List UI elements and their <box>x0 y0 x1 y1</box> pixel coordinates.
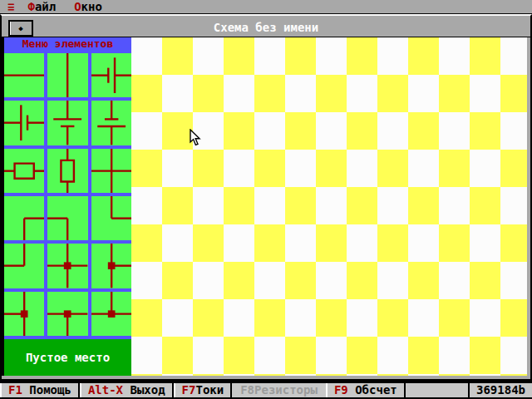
element-cell-t-right-dot[interactable] <box>91 244 131 288</box>
statusbar-item-f8: F8Резисторы <box>232 383 326 397</box>
element-cell-cross[interactable] <box>91 149 131 193</box>
element-cell-t-up-dot[interactable] <box>91 292 131 336</box>
element-cell-cross-dot[interactable] <box>47 244 87 288</box>
diamond-icon: ◆ <box>18 24 22 32</box>
element-grid <box>4 50 131 339</box>
mouse-cursor <box>190 129 201 146</box>
menu-bar: ≡ ФайлОкно <box>0 0 532 13</box>
element-cell-battery-h-a[interactable] <box>91 53 131 97</box>
element-cell-corner-nw[interactable] <box>4 244 44 288</box>
status-bar: F1 ПомощьAlt-X ВыходF7ТокиF8РезисторыF9 … <box>0 382 532 399</box>
element-cell-corner-se[interactable] <box>4 196 44 240</box>
menu-item-window[interactable]: Окно <box>74 0 102 13</box>
statusbar-item-f1[interactable]: F1 Помощь <box>0 383 80 397</box>
element-cell-corner-sw[interactable] <box>47 196 87 240</box>
element-cell-battery-h-b[interactable] <box>4 101 44 145</box>
statusbar-item-f9[interactable]: F9 Обсчет <box>326 383 406 397</box>
window-title-bar: Схема без имени ◆ <box>2 20 530 37</box>
statusbar-item-alt-x[interactable]: Alt-X Выход <box>80 383 174 397</box>
system-menu-icon[interactable]: ≡ <box>7 0 14 13</box>
element-cell-corner-ne[interactable] <box>91 196 131 240</box>
application-screen: ≡ ФайлОкно Схема без имени ◆ Меню элемен… <box>0 0 532 399</box>
schematic-canvas[interactable] <box>131 37 527 376</box>
element-cell-resistor-h[interactable] <box>4 149 44 193</box>
close-button[interactable]: ◆ <box>8 20 33 37</box>
element-cell-t-left-dot[interactable] <box>4 292 44 336</box>
selected-element-label: Пустое место <box>4 339 131 376</box>
window-client-area: Меню элементов Пустое место <box>2 37 530 376</box>
element-cell-wire-h[interactable] <box>4 53 44 97</box>
element-cell-wire-v[interactable] <box>47 53 87 97</box>
element-cell-resistor-v[interactable] <box>47 149 87 193</box>
element-cell-battery-v-a[interactable] <box>47 101 87 145</box>
free-memory-counter: 369184b <box>468 383 532 397</box>
statusbar-item-f7[interactable]: F7Токи <box>174 383 233 397</box>
window-title: Схема без имени <box>2 20 530 35</box>
element-menu-title: Меню элементов <box>4 37 131 50</box>
element-menu-panel: Меню элементов Пустое место <box>2 37 131 376</box>
element-cell-battery-v-b[interactable] <box>91 101 131 145</box>
element-cell-t-down-dot[interactable] <box>47 292 87 336</box>
schematic-window: Схема без имени ◆ Меню элементов Пустое … <box>0 14 532 381</box>
menu-item-file[interactable]: Файл <box>27 0 56 13</box>
